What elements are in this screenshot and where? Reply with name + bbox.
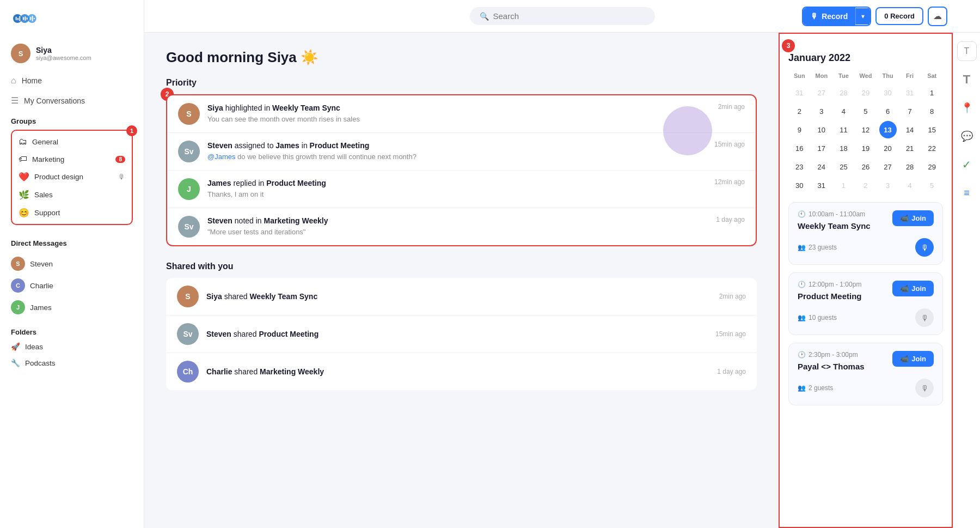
- conversations-icon: ☰: [11, 95, 19, 106]
- activity-item-3[interactable]: J James replied in Product Meeting Thank…: [167, 171, 756, 208]
- bullet-list-icon[interactable]: ≡: [957, 183, 977, 203]
- cal-day-19[interactable]: 19: [857, 139, 874, 157]
- cal-week-2: 2 3 4 5 6 7 8: [788, 102, 943, 120]
- cal-day-3b[interactable]: 3: [879, 177, 897, 194]
- text-format-icon[interactable]: T: [957, 41, 977, 61]
- search-input[interactable]: [493, 11, 645, 21]
- meeting-2-mic-toggle[interactable]: 🎙: [915, 308, 934, 327]
- sidebar-item-charlie[interactable]: C Charlie: [0, 275, 144, 296]
- shared-item-2[interactable]: Sv Steven shared Product Meeting 15min a…: [166, 315, 757, 353]
- cal-dow-sat: Sat: [921, 70, 943, 81]
- cal-day-23[interactable]: 23: [791, 158, 808, 175]
- activity-item-1[interactable]: S Siya highlighted in Weekly Team Sync Y…: [167, 95, 756, 133]
- svg-rect-8: [27, 17, 28, 20]
- cal-day-29a[interactable]: 29: [857, 84, 874, 101]
- general-label: General: [32, 138, 58, 146]
- comment-icon[interactable]: 💬: [957, 126, 977, 146]
- ideas-icon: 🚀: [11, 342, 20, 351]
- cal-day-21[interactable]: 21: [901, 139, 918, 157]
- cal-day-28[interactable]: 28: [901, 158, 918, 175]
- meeting-2-header: 🕛 12:00pm - 1:00pm Product Meeting 📹 Joi…: [798, 281, 934, 304]
- cal-day-25[interactable]: 25: [835, 158, 852, 175]
- cal-day-3[interactable]: 3: [813, 102, 830, 120]
- meeting-1-time: 🕙 10:00am - 11:00am: [798, 210, 871, 218]
- sidebar-item-marketing[interactable]: 🏷 Marketing 8: [12, 150, 132, 168]
- sidebar-item-steven[interactable]: S Steven: [0, 253, 144, 275]
- sidebar-item-support[interactable]: 😊 Support: [12, 204, 132, 222]
- shared-body-3: Charlie shared Marketing Weekly: [206, 367, 704, 376]
- meeting-3-mic-toggle[interactable]: 🎙: [915, 379, 934, 397]
- sidebar-item-my-conversations[interactable]: ☰ My Conversations: [0, 90, 144, 111]
- cal-day-9[interactable]: 9: [791, 121, 808, 138]
- cal-day-7[interactable]: 7: [901, 102, 918, 120]
- user-profile[interactable]: S Siya siya@awesome.com: [0, 39, 144, 71]
- cal-day-26[interactable]: 26: [857, 158, 874, 175]
- cal-day-31b[interactable]: 31: [901, 84, 918, 101]
- check-mark-icon[interactable]: ✓: [957, 155, 977, 174]
- search-bar[interactable]: 🔍: [470, 7, 655, 25]
- activity-item-4[interactable]: Sv Steven noted in Marketing Weekly "Mor…: [167, 208, 756, 245]
- clock-icon-3: 🕑: [798, 351, 806, 359]
- upload-button[interactable]: ☁: [928, 7, 947, 26]
- sidebar-item-sales[interactable]: 🌿 Sales: [12, 186, 132, 204]
- cal-day-27[interactable]: 27: [879, 158, 897, 175]
- cal-day-4[interactable]: 4: [835, 102, 852, 120]
- groups-section-label: Groups: [0, 111, 144, 128]
- cal-day-5b[interactable]: 5: [923, 177, 941, 194]
- record-dropdown-arrow[interactable]: ▾: [855, 8, 870, 25]
- cal-day-31c[interactable]: 31: [813, 177, 830, 194]
- james-label: James: [30, 304, 52, 312]
- meeting-1-title: Weekly Team Sync: [798, 221, 871, 230]
- guests-icon-2: 👥: [798, 314, 806, 321]
- cal-day-31a[interactable]: 31: [791, 84, 808, 101]
- activity-item-2[interactable]: Sv Steven assigned to James in Product M…: [167, 133, 756, 171]
- cal-day-22[interactable]: 22: [923, 139, 941, 157]
- activity-body-4: Steven noted in Marketing Weekly "More u…: [207, 216, 703, 236]
- cal-day-13-today[interactable]: 13: [879, 121, 897, 138]
- cal-day-18[interactable]: 18: [835, 139, 852, 157]
- cal-day-10[interactable]: 10: [813, 121, 830, 138]
- cal-day-30a[interactable]: 30: [879, 84, 897, 101]
- cal-day-2[interactable]: 2: [791, 102, 808, 120]
- cal-day-17[interactable]: 17: [813, 139, 830, 157]
- cal-day-30[interactable]: 30: [791, 177, 808, 194]
- right-panel: 3 January 2022 Sun Mon Tue Wed Thu Fri S…: [779, 33, 953, 528]
- meeting-3-join-button[interactable]: 📹 Join: [892, 351, 934, 367]
- cal-day-24[interactable]: 24: [813, 158, 830, 175]
- shared-item-1[interactable]: S Siya shared Weekly Team Sync 2min ago: [166, 278, 757, 315]
- cal-day-1b[interactable]: 1: [835, 177, 852, 194]
- sidebar-item-general[interactable]: 🗂 General: [12, 133, 132, 150]
- cal-day-27a[interactable]: 27: [813, 84, 830, 101]
- activity-subtitle-4: "More user tests and iterations": [207, 228, 703, 236]
- cal-day-8[interactable]: 8: [923, 102, 941, 120]
- sidebar-item-podcasts[interactable]: 🔧 Podcasts: [0, 355, 144, 371]
- meeting-2-join-button[interactable]: 📹 Join: [892, 281, 934, 296]
- sidebar-item-home[interactable]: ⌂ Home: [0, 71, 144, 90]
- sidebar-item-ideas[interactable]: 🚀 Ideas: [0, 338, 144, 355]
- cal-day-1[interactable]: 1: [923, 84, 941, 101]
- cal-day-29[interactable]: 29: [923, 158, 941, 175]
- sidebar-item-james[interactable]: J James: [0, 296, 144, 318]
- record-button[interactable]: 🎙 Record: [803, 8, 855, 25]
- cal-day-4b[interactable]: 4: [901, 177, 918, 194]
- svg-rect-3: [16, 17, 17, 21]
- cal-day-11[interactable]: 11: [835, 121, 852, 138]
- cal-day-12[interactable]: 12: [857, 121, 874, 138]
- search-icon: 🔍: [480, 12, 489, 21]
- cal-day-28a[interactable]: 28: [835, 84, 852, 101]
- cal-day-16[interactable]: 16: [791, 139, 808, 157]
- shared-item-3[interactable]: Ch Charlie shared Marketing Weekly 1 day…: [166, 353, 757, 390]
- cal-day-6[interactable]: 6: [879, 102, 897, 120]
- meeting-1-mic-toggle[interactable]: 🎙: [915, 238, 934, 257]
- cal-day-2b[interactable]: 2: [857, 177, 874, 194]
- font-size-icon[interactable]: T: [957, 70, 977, 89]
- cal-day-15[interactable]: 15: [923, 121, 941, 138]
- meeting-2-title: Product Meeting: [798, 292, 862, 301]
- pin-location-icon[interactable]: 📍: [957, 98, 977, 118]
- meeting-1-join-button[interactable]: 📹 Join: [892, 210, 934, 226]
- cal-day-5[interactable]: 5: [857, 102, 874, 120]
- activity-title-1: Siya highlighted in Weekly Team Sync: [207, 103, 705, 114]
- cal-day-20[interactable]: 20: [879, 139, 897, 157]
- sidebar-item-product-design[interactable]: ❤️ Product design 🎙: [12, 168, 132, 186]
- cal-day-14[interactable]: 14: [901, 121, 918, 138]
